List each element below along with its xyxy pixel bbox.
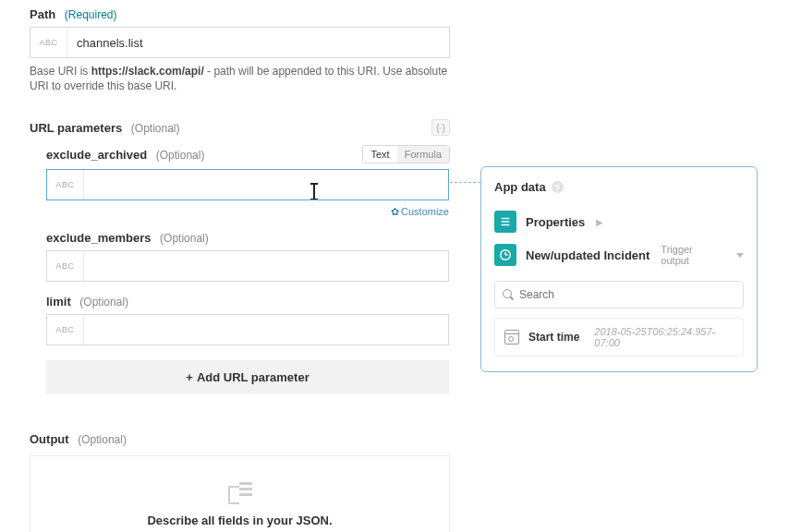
- connector-line: [450, 182, 480, 183]
- toggle-text[interactable]: Text: [363, 146, 396, 163]
- add-url-parameter-button[interactable]: + Add URL parameter: [46, 360, 449, 393]
- param-input-group[interactable]: ABC: [46, 314, 449, 345]
- param-input-group[interactable]: ABC: [46, 169, 449, 200]
- path-helper: Base URI is https://slack.com/api/ - pat…: [30, 64, 464, 93]
- abc-icon: ABC: [47, 251, 84, 281]
- url-parameters-label: URL parameters: [30, 121, 122, 135]
- param-name: exclude_archived: [46, 148, 147, 162]
- properties-row[interactable]: Properties ▶: [494, 205, 744, 238]
- properties-icon: [494, 211, 516, 233]
- param-input[interactable]: [84, 170, 448, 200]
- app-data-title: App data ?: [494, 180, 744, 194]
- text-formula-toggle[interactable]: Text Formula: [362, 145, 450, 163]
- start-time-value: 2018-05-25T06:25:24.957-07:00: [594, 326, 734, 348]
- path-input[interactable]: [67, 28, 449, 57]
- customize-link[interactable]: ✿Customize: [46, 206, 449, 218]
- chevron-right-icon: ▶: [596, 217, 603, 227]
- chevron-down-icon: [736, 253, 744, 258]
- abc-icon: ABC: [47, 315, 84, 345]
- abc-icon: ABC: [30, 28, 67, 57]
- param-input-group[interactable]: ABC: [46, 250, 449, 282]
- toggle-formula[interactable]: Formula: [397, 146, 449, 163]
- gear-icon: ✿: [391, 206, 399, 217]
- abc-icon: ABC: [47, 170, 84, 200]
- param-limit: limit (Optional) ABC: [46, 295, 450, 345]
- incident-row[interactable]: New/updated Incident Trigger output: [494, 238, 744, 272]
- param-tag: (Optional): [156, 149, 205, 162]
- incident-label: New/updated Incident: [526, 248, 649, 262]
- param-name: exclude_members: [46, 231, 151, 245]
- properties-label: Properties: [526, 215, 585, 229]
- output-tag: (Optional): [78, 433, 127, 446]
- param-tag: (Optional): [79, 296, 128, 308]
- output-box: Describe all fields in your JSON. Use sa…: [30, 455, 450, 532]
- json-fields-icon: [228, 480, 252, 501]
- output-section: Output (Optional) Describe all fields in…: [30, 432, 789, 532]
- clock-icon: [494, 244, 516, 266]
- path-required-tag: (Required): [65, 8, 117, 21]
- url-parameters-tag: (Optional): [131, 122, 180, 135]
- param-exclude-archived: exclude_archived (Optional) Text Formula…: [46, 145, 450, 218]
- search-icon: [503, 289, 514, 300]
- start-time-row[interactable]: Start time 2018-05-25T06:25:24.957-07:00: [494, 318, 744, 357]
- param-exclude-members: exclude_members (Optional) ABC: [46, 231, 450, 282]
- param-name: limit: [46, 295, 71, 308]
- json-mode-icon[interactable]: {·}: [431, 119, 450, 136]
- path-label: Path: [30, 7, 55, 21]
- path-input-group[interactable]: ABC: [30, 27, 450, 58]
- app-data-panel: App data ? Properties ▶ New/updated Inci…: [480, 166, 758, 372]
- output-label: Output: [30, 432, 69, 446]
- path-section: Path (Required) ABC Base URI is https://…: [30, 7, 789, 93]
- plus-icon: +: [186, 370, 193, 384]
- search-input[interactable]: [519, 288, 735, 301]
- calendar-icon: [504, 330, 519, 345]
- param-input[interactable]: [84, 315, 448, 345]
- start-time-label: Start time: [528, 331, 579, 344]
- param-input[interactable]: [84, 251, 448, 281]
- app-data-search[interactable]: [494, 281, 744, 308]
- output-title: Describe all fields in your JSON.: [49, 514, 431, 527]
- help-icon[interactable]: ?: [552, 181, 564, 193]
- param-tag: (Optional): [160, 232, 209, 245]
- incident-sub: Trigger output: [661, 244, 723, 266]
